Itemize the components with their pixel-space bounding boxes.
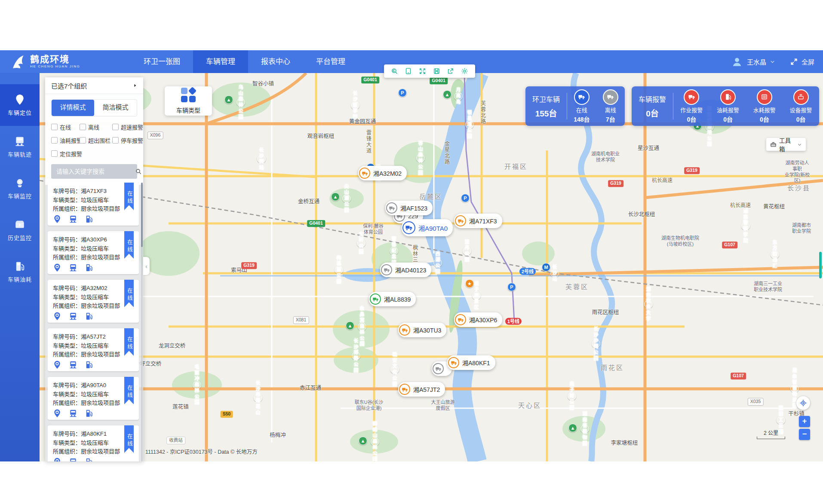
zoom-out-button[interactable]: − bbox=[799, 429, 810, 440]
map-place-label: 湖南机电职业 技术学院 bbox=[591, 151, 620, 163]
track-vehicle-icon[interactable] bbox=[69, 409, 78, 418]
filter-option-2[interactable]: 超速报警 bbox=[112, 123, 141, 131]
organization-summary: 已选7个组织 bbox=[51, 81, 87, 90]
nav-item-sanitation-map[interactable]: 环卫一张图 bbox=[131, 50, 193, 73]
gear-icon[interactable] bbox=[461, 67, 468, 75]
search-box[interactable] bbox=[51, 164, 137, 179]
checkbox-icon[interactable] bbox=[112, 137, 119, 144]
sidebar-item-history-monitor[interactable]: 历史监控 bbox=[0, 209, 40, 251]
map-view[interactable]: 智谷小镇乌山森林公园长沙医学院黄金园互通月亮岛银星湾公园观音岩枢纽长沙西站麓谷站… bbox=[40, 73, 823, 461]
map-place-label: 杭长高速 bbox=[730, 202, 751, 209]
checkbox-icon[interactable] bbox=[112, 124, 119, 130]
vehicle-marker[interactable]: 湘A32M02 bbox=[358, 166, 407, 180]
vehicle-card[interactable]: 车牌号码：湘A57JT2车辆类型：垃圾压缩车所属组织：厨余垃圾项目部在线 bbox=[48, 328, 139, 371]
user-name[interactable]: 王水晶 bbox=[747, 57, 766, 66]
filter-option-4[interactable]: 超出围栏 bbox=[80, 136, 111, 144]
filter-option-3[interactable]: 油耗报警 bbox=[51, 136, 78, 144]
toolbox-chevron-icon bbox=[797, 142, 802, 147]
checkbox-icon[interactable] bbox=[80, 137, 86, 144]
vehicle-card[interactable]: 车牌号码：湘A90TA0车辆类型：垃圾压缩车所属组织：厨余垃圾项目部在线 bbox=[48, 377, 139, 420]
offline-stat: 离线 7台 bbox=[603, 89, 618, 123]
poi-p-icon: P bbox=[507, 283, 516, 291]
locate-button[interactable] bbox=[796, 396, 810, 410]
panel-collapse-handle[interactable]: ‹ bbox=[143, 257, 150, 275]
map-place-label: 联东U谷(长沙 国际企业港) bbox=[355, 400, 384, 412]
vehicle-type-button[interactable]: 车辆类型 bbox=[165, 86, 212, 116]
filter-option-1[interactable]: 离线 bbox=[80, 123, 111, 131]
expand-right-icon[interactable] bbox=[133, 83, 137, 88]
sidebar-item-vehicle-location[interactable]: 车辆定位 bbox=[0, 84, 40, 126]
nav-item-platform-management[interactable]: 平台管理 bbox=[303, 50, 358, 73]
nav-item-report-center[interactable]: 报表中心 bbox=[248, 50, 303, 73]
vehicle-marker[interactable]: 湘A30XP6 bbox=[454, 312, 502, 327]
vehicle-marker[interactable]: 湘AL8839 bbox=[369, 292, 416, 306]
filter-option-5[interactable]: 停车报警 bbox=[112, 136, 141, 144]
zoom-in-button[interactable]: + bbox=[799, 416, 810, 427]
track-vehicle-icon[interactable] bbox=[69, 312, 78, 321]
user-avatar-icon[interactable] bbox=[731, 56, 743, 67]
expand-icon[interactable] bbox=[419, 67, 426, 75]
tab-simple-mode[interactable]: 简洁模式 bbox=[94, 100, 137, 116]
vehicle-marker[interactable]: 湘A80KF1 bbox=[447, 355, 495, 370]
checkbox-icon[interactable] bbox=[51, 124, 58, 130]
locate-vehicle-icon[interactable] bbox=[53, 312, 62, 321]
fuel-vehicle-icon[interactable] bbox=[85, 312, 94, 321]
share-icon[interactable] bbox=[447, 67, 454, 75]
search-icon[interactable] bbox=[135, 168, 142, 175]
map-place-label: 湖南警察学院 bbox=[741, 222, 750, 230]
map-zoom-icon[interactable] bbox=[391, 67, 398, 75]
sidebar-item-vehicle-monitor[interactable]: 车辆监控 bbox=[0, 168, 40, 209]
vehicle-marker[interactable]: 湘AF1523 bbox=[385, 201, 433, 215]
right-edge-scrollbar[interactable] bbox=[819, 252, 822, 278]
track-vehicle-icon[interactable] bbox=[69, 215, 78, 223]
fullscreen-label[interactable]: 全屏 bbox=[802, 57, 814, 66]
filter-option-6[interactable]: 定位报警 bbox=[51, 150, 78, 158]
filter-option-0[interactable]: 在线 bbox=[51, 123, 78, 131]
locate-vehicle-icon[interactable] bbox=[53, 458, 62, 462]
vehicle-card[interactable]: 车牌号码：湘A30XP6车辆类型：垃圾压缩车所属组织：厨余垃圾项目部在线 bbox=[48, 231, 139, 274]
track-vehicle-icon[interactable] bbox=[69, 360, 78, 369]
map-place-label: 晚安文化公园 bbox=[390, 365, 399, 374]
vehicle-marker[interactable]: 湘A57JT2 bbox=[398, 382, 445, 397]
vehicle-marker[interactable]: 湘AD40123 bbox=[380, 263, 431, 277]
vehicle-card[interactable]: 车牌号码：湘A32M02车辆类型：垃圾压缩车所属组织：厨余垃圾项目部在线 bbox=[48, 280, 139, 323]
track-vehicle-icon[interactable] bbox=[69, 263, 78, 272]
save-icon[interactable] bbox=[433, 67, 440, 75]
locate-vehicle-icon[interactable] bbox=[53, 360, 62, 369]
truck-icon bbox=[402, 221, 415, 234]
locate-vehicle-icon[interactable] bbox=[53, 215, 62, 223]
toolbox-button[interactable]: 工具箱 bbox=[766, 138, 806, 151]
locate-vehicle-icon[interactable] bbox=[53, 263, 62, 272]
sidebar-item-vehicle-fuel[interactable]: 车辆油耗 bbox=[0, 251, 40, 293]
panel-scrollbar[interactable] bbox=[141, 183, 143, 461]
vehicle-card[interactable]: 车牌号码：湘A71XF3车辆类型：垃圾压缩车所属组织：厨余垃圾项目部在线 bbox=[48, 183, 139, 226]
track-vehicle-icon[interactable] bbox=[69, 458, 78, 462]
fuel-vehicle-icon[interactable] bbox=[85, 458, 94, 462]
sidebar-item-label: 车辆定位 bbox=[8, 108, 32, 116]
truck-icon bbox=[455, 314, 466, 325]
fullscreen-icon[interactable] bbox=[790, 58, 798, 66]
vehicle-card[interactable]: 车牌号码：湘A80KF1车辆类型：垃圾压缩车所属组织：厨余垃圾项目部在线 bbox=[48, 425, 139, 461]
device-frame-icon[interactable] bbox=[405, 67, 412, 75]
locate-vehicle-icon[interactable] bbox=[53, 409, 62, 418]
search-input[interactable] bbox=[55, 168, 135, 175]
map-place-label: 长沙医学院 bbox=[351, 101, 359, 110]
chevron-down-icon[interactable] bbox=[770, 59, 775, 64]
checkbox-icon[interactable] bbox=[51, 150, 58, 157]
sidebar-item-vehicle-track[interactable]: 车辆轨迹 bbox=[0, 126, 40, 168]
road-badge: X035 bbox=[748, 398, 764, 406]
fuel-vehicle-icon[interactable] bbox=[85, 360, 94, 369]
checkbox-icon[interactable] bbox=[51, 137, 58, 144]
fuel-vehicle-icon[interactable] bbox=[85, 215, 94, 223]
fuel-vehicle-icon[interactable] bbox=[85, 409, 94, 418]
organization-selector[interactable]: 已选7个组织 bbox=[45, 77, 143, 94]
checkbox-icon[interactable] bbox=[80, 124, 86, 130]
vehicle-marker[interactable]: 湘A30TU3 bbox=[398, 323, 446, 337]
vehicle-marker[interactable]: 湘A71XF3 bbox=[454, 214, 502, 228]
fuel-vehicle-icon[interactable] bbox=[85, 263, 94, 272]
vehicle-marker[interactable]: 湘A90TA0 bbox=[402, 219, 453, 236]
alarm-item-label: 设备报警 bbox=[790, 106, 812, 114]
nav-item-vehicle-management[interactable]: 车辆管理 bbox=[193, 50, 248, 73]
tab-detail-mode[interactable]: 详情模式 bbox=[52, 100, 94, 116]
map-place-label: 长沙站 bbox=[550, 269, 559, 278]
